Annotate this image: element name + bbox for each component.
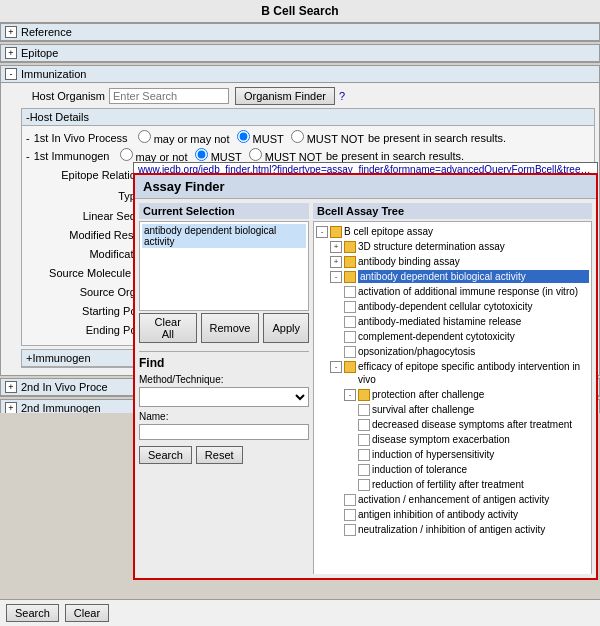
bcell-toggle[interactable]: -	[316, 226, 328, 238]
host-details-header[interactable]: - Host Details	[22, 109, 594, 126]
epitope-header[interactable]: + Epitope	[1, 45, 599, 62]
ab-dep-folder-icon	[344, 271, 356, 283]
tree-item-decr-disease[interactable]: decreased disease symptoms after treatme…	[358, 417, 589, 432]
tree-item-ab-cell[interactable]: antibody-dependent cellular cytotoxicity	[344, 299, 589, 314]
ab-binding-toggle[interactable]: +	[330, 256, 342, 268]
invivo-suffix: be present in search results.	[368, 132, 506, 144]
imm-must-radio[interactable]	[195, 148, 208, 161]
tree-item-act-enhance[interactable]: activation / enhancement of antigen acti…	[344, 492, 589, 507]
find-title: Find	[139, 356, 309, 370]
tree-item-disease-symp[interactable]: disease symptom exacerbation	[358, 432, 589, 447]
tree-item-ab-binding[interactable]: + antibody binding assay	[330, 254, 589, 269]
selection-item: antibody dependent biological activity	[142, 224, 306, 248]
prot-label: protection after challenge	[372, 388, 589, 401]
tree-item-ind-hyper[interactable]: induction of hypersensitivity	[358, 447, 589, 462]
disease-symp-file-icon	[358, 434, 370, 446]
ab-cell-label: antibody-dependent cellular cytotoxicity	[358, 300, 589, 313]
help-icon[interactable]: ?	[339, 90, 345, 102]
tree-item-anti-inhib[interactable]: antigen inhibition of antibody activity	[344, 507, 589, 522]
reference-section: + Reference	[0, 23, 600, 42]
method-technique-select[interactable]	[139, 387, 309, 407]
search-button[interactable]: Search	[6, 604, 59, 622]
ab-dep-toggle[interactable]: -	[330, 271, 342, 283]
tree-item-prot[interactable]: - protection after challenge	[344, 387, 589, 402]
imm-may-radio[interactable]	[120, 148, 133, 161]
neutr-label: neutralization / inhibition of antigen a…	[358, 523, 589, 536]
tree-item-ind-toler[interactable]: induction of tolerance	[358, 462, 589, 477]
act-enhance-file-icon	[344, 494, 356, 506]
3d-label: 3D structure determination assay	[358, 240, 589, 253]
host-details-label: Host Details	[30, 111, 89, 123]
must-radio-label[interactable]: MUST	[237, 133, 284, 145]
second-invivo-label: 2nd In Vivo Proce	[21, 381, 108, 393]
ab-cell-file-icon	[344, 301, 356, 313]
remove-button[interactable]: Remove	[201, 313, 260, 343]
apply-button[interactable]: Apply	[263, 313, 309, 343]
name-input[interactable]	[139, 424, 309, 440]
assay-finder-dialog: Assay Finder Current Selection antibody …	[133, 173, 598, 580]
dialog-right-panel: Bcell Assay Tree - B cell epitope assay …	[313, 203, 592, 574]
red-fertil-file-icon	[358, 479, 370, 491]
second-invivo-toggle[interactable]: +	[5, 381, 17, 393]
modification-label: Modificatio	[42, 248, 142, 260]
host-organism-row: Host Organism Organism Finder ?	[5, 87, 595, 105]
ind-toler-file-icon	[358, 464, 370, 476]
clear-all-button[interactable]: Clear All	[139, 313, 197, 343]
immunization-toggle[interactable]: -	[5, 68, 17, 80]
must-radio[interactable]	[237, 130, 250, 143]
disease-symp-label: disease symptom exacerbation	[372, 433, 589, 446]
efficacy-toggle[interactable]: -	[330, 361, 342, 373]
find-reset-button[interactable]: Reset	[196, 446, 243, 464]
prot-toggle[interactable]: -	[344, 389, 356, 401]
neutr-file-icon	[344, 524, 356, 536]
tree-item-act-add[interactable]: activation of additional immune response…	[344, 284, 589, 299]
host-organism-input[interactable]	[109, 88, 229, 104]
tree-item-opson[interactable]: opsonization/phagocytosis	[344, 344, 589, 359]
tree-item-comp-cyto[interactable]: complement-dependent cytotoxicity	[344, 329, 589, 344]
current-selection-panel: Current Selection antibody dependent bio…	[139, 203, 309, 343]
host-organism-label: Host Organism	[5, 90, 105, 102]
imm-must-not-radio[interactable]	[249, 148, 262, 161]
tree-item-red-fertil[interactable]: reduction of fertility after treatment	[358, 477, 589, 492]
tree-item-bcell[interactable]: - B cell epitope assay	[316, 224, 589, 239]
must-not-radio-label[interactable]: MUST NOT	[291, 133, 364, 145]
ab-hist-label: antibody-mediated histamine release	[358, 315, 589, 328]
3d-toggle[interactable]: +	[330, 241, 342, 253]
reference-header[interactable]: + Reference	[1, 24, 599, 41]
cs-buttons: Clear All Remove Apply	[139, 313, 309, 343]
immunization-header[interactable]: - Immunization	[1, 66, 599, 83]
tree-title: Bcell Assay Tree	[313, 203, 592, 219]
find-search-button[interactable]: Search	[139, 446, 192, 464]
second-immunogen-toggle[interactable]: +	[5, 402, 17, 413]
assay-finder-title: Assay Finder	[135, 175, 596, 199]
first-invivo-toggle[interactable]: -	[26, 132, 30, 144]
survival-file-icon	[358, 404, 370, 416]
second-immunogen-label: 2nd Immunogen	[21, 402, 101, 413]
ab-dep-children: activation of additional immune response…	[344, 284, 589, 359]
clear-button[interactable]: Clear	[65, 604, 109, 622]
current-selection-box: antibody dependent biological activity	[139, 221, 309, 311]
must-not-radio[interactable]	[291, 130, 304, 143]
tree-item-neutr[interactable]: neutralization / inhibition of antigen a…	[344, 522, 589, 537]
organism-finder-button[interactable]: Organism Finder	[235, 87, 335, 105]
bcell-children: + 3D structure determination assay + ant…	[330, 239, 589, 537]
tree-item-ab-dep[interactable]: - antibody dependent biological activity	[330, 269, 589, 284]
method-technique-label: Method/Technique:	[139, 374, 309, 385]
opson-file-icon	[344, 346, 356, 358]
may-or-may-not-radio[interactable]	[138, 130, 151, 143]
may-or-may-not-radio-label[interactable]: may or may not	[138, 133, 230, 145]
bcell-label: B cell epitope assay	[344, 225, 589, 238]
tree-item-survival[interactable]: survival after challenge	[358, 402, 589, 417]
tree-item-ab-hist[interactable]: antibody-mediated histamine release	[344, 314, 589, 329]
tree-item-3d[interactable]: + 3D structure determination assay	[330, 239, 589, 254]
reference-toggle[interactable]: +	[5, 26, 17, 38]
first-immunogen-toggle[interactable]: -	[26, 150, 30, 162]
find-buttons: Search Reset	[139, 446, 309, 464]
first-immunogen-label: 1st Immunogen	[34, 150, 110, 162]
type-label: Type	[42, 190, 142, 202]
comp-cyto-file-icon	[344, 331, 356, 343]
starting-pos-label: Starting Pos	[42, 305, 142, 317]
first-invivo-radio-group: may or may not MUST MUST NOT	[134, 130, 364, 145]
epitope-toggle[interactable]: +	[5, 47, 17, 59]
tree-item-efficacy[interactable]: - efficacy of epitope specific antibody …	[330, 359, 589, 387]
